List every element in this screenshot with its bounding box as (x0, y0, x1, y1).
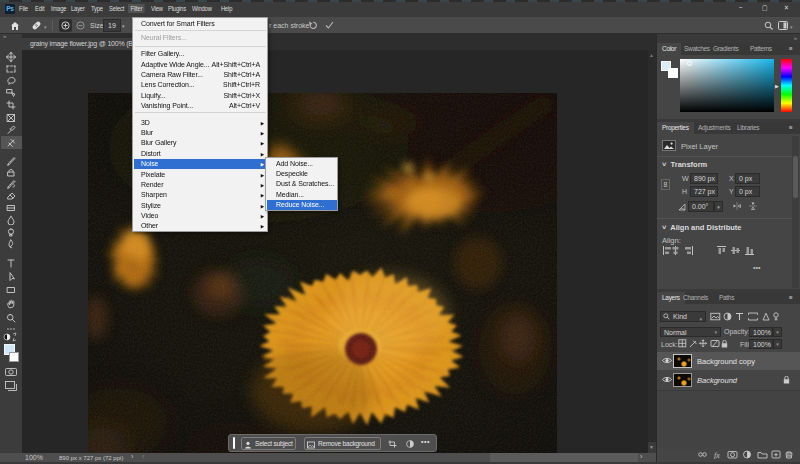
svg-text:fx: fx (714, 451, 720, 460)
